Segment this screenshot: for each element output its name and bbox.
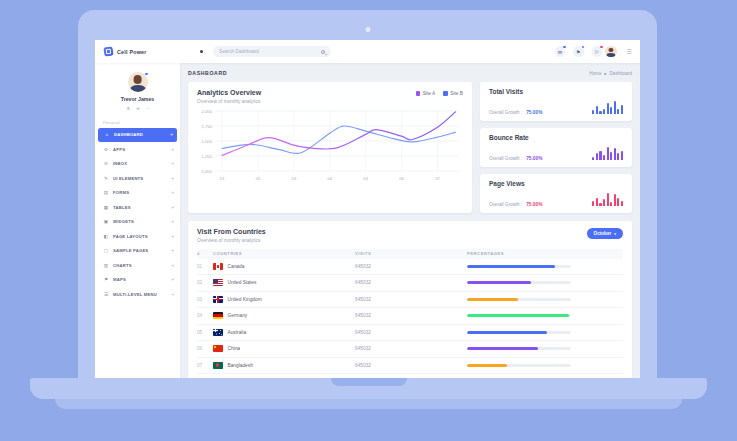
svg-text:2,000: 2,000 [202, 108, 213, 113]
sidebar-profile: Trevor James ⚙ ✉ ◔ [95, 63, 180, 111]
breadcrumb: Home ▸ Dashboard [589, 71, 632, 76]
expand-icon: + [171, 190, 174, 195]
legend-item-site-a: Site A [416, 91, 436, 96]
sidebar-item-label: FORMS [113, 190, 129, 195]
country-cell: Australia [213, 329, 355, 336]
expand-icon: + [171, 147, 174, 152]
sidebar-item-apps[interactable]: ⚙APPS+ [95, 142, 180, 157]
maps-icon: ⚑ [103, 277, 109, 282]
ui-elements-icon: ✎ [103, 176, 109, 181]
badge [599, 45, 604, 50]
row-index: 05 [197, 330, 213, 335]
countries-title: Visit From Countries [197, 228, 266, 235]
month-filter-button[interactable]: October ▾ [587, 228, 623, 239]
legend-swatch [416, 91, 421, 96]
logo-icon [103, 46, 113, 56]
mail-icon[interactable]: ✉ [555, 46, 566, 57]
navbar-icons: ✉⚑⚐ [555, 46, 603, 57]
mini-bar-chart [592, 192, 623, 206]
table-row: 01Canada645032 [197, 259, 623, 276]
visits-cell: 645032 [355, 264, 467, 269]
logo[interactable]: Cell Power [95, 40, 180, 63]
de-flag-icon [213, 312, 223, 319]
sidebar-item-multi-level-menu[interactable]: ☰MULTI-LEVEL MENU+ [95, 287, 180, 302]
sidebar-item-widgets[interactable]: ▣WIDGETS+ [95, 215, 180, 230]
expand-icon: + [170, 132, 173, 137]
stat-title: Bounce Rate [489, 134, 623, 141]
analytics-overview-card: Analytics Overview Overview of monthly a… [188, 82, 472, 213]
visits-cell: 645032 [355, 363, 467, 368]
sidebar-toggle-icon[interactable] [200, 50, 203, 53]
user-avatar[interactable] [605, 46, 617, 58]
country-cell: United States [213, 279, 355, 286]
country-name: United Kingdom [228, 297, 262, 302]
page-title: DASHBOARD [188, 70, 227, 76]
svg-text:1,750: 1,750 [202, 123, 213, 128]
sidebar-item-page-layouts[interactable]: ◧PAGE LAYOUTS+ [95, 229, 180, 244]
widgets-icon: ▣ [103, 219, 109, 224]
legend-label: Site A [423, 91, 436, 96]
visits-cell: 645032 [355, 280, 467, 285]
stat-cards-column: Total VisitsOverall Growth :75.00%Bounce… [480, 82, 632, 213]
gear-icon[interactable]: ⚙ [127, 106, 131, 111]
sidebar-item-label: MAPS [113, 277, 126, 282]
legend-label: Site B [450, 91, 463, 96]
search-input[interactable] [219, 49, 321, 54]
sidebar-item-tables[interactable]: ▦TABLES+ [95, 200, 180, 215]
mini-bar-chart [592, 100, 623, 114]
tasks-icon[interactable]: ⚐ [592, 46, 603, 57]
svg-text:05: 05 [363, 176, 368, 181]
country-cell: Canada [213, 263, 355, 270]
mini-bar-chart [592, 146, 623, 160]
stat-card-total-visits: Total VisitsOverall Growth :75.00% [480, 82, 632, 121]
country-cell: United Kingdom [213, 296, 355, 303]
growth-value: 75.00% [526, 110, 542, 115]
row-index: 01 [197, 264, 213, 269]
sidebar-item-inbox[interactable]: ✉INBOX+ [95, 157, 180, 172]
sidebar-item-label: PAGE LAYOUTS [113, 234, 148, 239]
growth-value: 75.00% [526, 202, 542, 207]
sidebar-item-label: DASHBOARD [114, 132, 143, 137]
expand-icon: + [171, 219, 174, 224]
notifications-icon[interactable]: ⚑ [573, 46, 584, 57]
row-index: 02 [197, 280, 213, 285]
country-cell: China [213, 345, 355, 352]
menu-icon[interactable]: ☰ [627, 48, 632, 55]
laptop-base-bottom [55, 399, 682, 409]
table-row: 03United Kingdom645032 [197, 292, 623, 309]
svg-text:1,500: 1,500 [202, 138, 213, 143]
breadcrumb-home[interactable]: Home [589, 71, 601, 76]
power-icon[interactable]: ◔ [146, 106, 149, 111]
svg-text:01: 01 [220, 176, 225, 181]
percentage-bar [467, 331, 571, 334]
svg-text:04: 04 [327, 176, 332, 181]
table-row: 07Bangladesh645032 [197, 358, 623, 375]
expand-icon: + [171, 248, 174, 253]
sidebar-item-charts[interactable]: ▥CHARTS+ [95, 258, 180, 273]
search-bar[interactable] [213, 46, 331, 57]
sidebar-item-forms[interactable]: ▤FORMS+ [95, 186, 180, 201]
chevron-right-icon: ▸ [605, 71, 607, 76]
laptop-camera [365, 27, 370, 32]
ca-flag-icon [213, 263, 223, 270]
column-header-: # [197, 251, 213, 256]
sidebar-item-dashboard[interactable]: ⌂DASHBOARD+ [98, 128, 177, 143]
sidebar-item-label: UI ELEMENTS [113, 176, 143, 181]
visits-cell: 645032 [355, 297, 467, 302]
sidebar-item-maps[interactable]: ⚑MAPS+ [95, 273, 180, 288]
percentage-bar [467, 265, 571, 268]
column-header-visits: VISITS [355, 251, 467, 256]
sample-pages-icon: ▢ [103, 248, 109, 253]
mail-icon[interactable]: ✉ [136, 106, 140, 111]
expand-icon: + [171, 234, 174, 239]
countries-table: #COUNTRIESVISITSPERCENTAGES 01Canada6450… [197, 249, 623, 379]
badge [581, 45, 586, 50]
country-cell: Germany [213, 312, 355, 319]
visits-cell: 645032 [355, 313, 467, 318]
sidebar-item-ui-elements[interactable]: ✎UI ELEMENTS+ [95, 171, 180, 186]
expand-icon: + [171, 161, 174, 166]
svg-text:1,000: 1,000 [202, 168, 213, 173]
sidebar-item-sample-pages[interactable]: ▢SAMPLE PAGES+ [95, 244, 180, 259]
percentage-bar [467, 347, 571, 350]
sidebar-item-label: INBOX [113, 161, 127, 166]
